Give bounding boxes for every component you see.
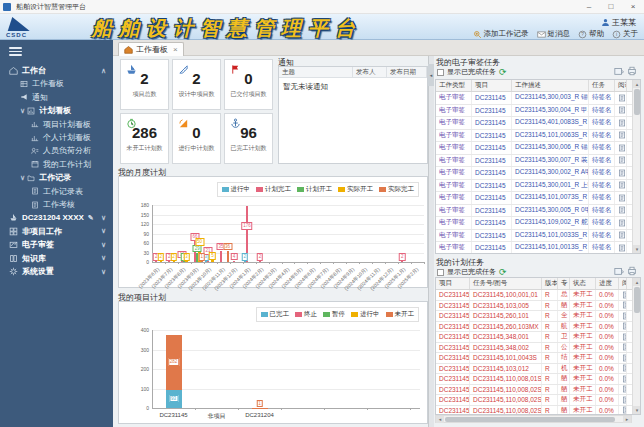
menu-toggle-icon[interactable] (9, 47, 22, 56)
table-row[interactable]: DC231145DC231145,100,001,01R总未开工0.0% (436, 290, 633, 301)
column-header[interactable]: 项目 (436, 278, 470, 289)
table-row[interactable]: DC231145DC231145,110,008,01SR舾未开工0.0% (436, 374, 633, 385)
table-row[interactable]: DC231145DC231145,101,0043SR结未开工0.0% (436, 353, 633, 364)
read-icon[interactable] (618, 206, 626, 214)
table-row[interactable]: 电子审签DC231145DC231145,300,003_R 锚甲...待签名 (436, 92, 633, 105)
bar-计划完工[interactable] (233, 261, 235, 262)
table-row[interactable]: DC231145DC231145,103,005R舾未开工0.0% (436, 301, 633, 312)
column-header[interactable]: 状态 (570, 278, 596, 289)
read-icon[interactable] (618, 219, 626, 227)
sidebar-item-15[interactable]: 系统设置∨ (0, 265, 113, 278)
column-header[interactable]: 项目 (472, 80, 512, 91)
sidebar-item-4[interactable]: 项目计划看板 (0, 118, 113, 131)
read-icon[interactable] (618, 119, 626, 127)
read-icon[interactable] (618, 194, 626, 202)
legend-item[interactable]: 终止 (295, 310, 317, 319)
bar-实际完工[interactable] (227, 251, 229, 262)
sidebar-item-0[interactable]: 工作台∧ (0, 64, 113, 77)
header-action-add-record[interactable]: 添加工作记录 (473, 29, 529, 39)
table-row[interactable]: 电子审签DC231145DC231145,101,0063S_R 平...待签名 (436, 130, 633, 143)
sidebar-item-9[interactable]: 工作记录表 (0, 185, 113, 198)
export-icon[interactable] (614, 266, 624, 276)
table-row[interactable]: DC231145DC231145,348,001R卫未开工0.0% (436, 332, 633, 343)
edit-pencil-icon[interactable]: ✎ (88, 214, 94, 222)
sidebar-item-7[interactable]: 我的工作计划 (0, 158, 113, 171)
read-icon[interactable] (618, 144, 626, 152)
column-header[interactable]: 阅读 (615, 80, 627, 91)
read-icon[interactable] (618, 231, 626, 239)
sidebar-item-3[interactable]: ∨计划看板 (0, 104, 113, 117)
table-row[interactable]: DC231145DC231145,348,002R公未开工0.0% (436, 343, 633, 354)
stat-card-4[interactable]: 0进行中计划数 (172, 113, 221, 164)
table-row[interactable]: 电子审签DC231145DC231145,300,004_R 甲...待签名 (436, 105, 633, 118)
table-row[interactable]: DC231145DC231145,110,008,02SR舾未开工0.0% (436, 385, 633, 396)
read-icon[interactable] (618, 181, 626, 189)
read-icon[interactable] (622, 385, 627, 393)
table-row[interactable]: 电子审签DC231145DC231145,101,0033S_R 被...待签名 (436, 230, 633, 243)
column-header[interactable]: 阅读 (619, 278, 627, 289)
stat-card-5[interactable]: 96已完工计划数 (224, 113, 273, 164)
sidebar-item-6[interactable]: 人员负荷分析 (0, 144, 113, 157)
read-icon[interactable] (622, 291, 627, 299)
bar-实际开工[interactable] (185, 261, 187, 262)
bar-计划完工[interactable] (259, 261, 261, 262)
table-row[interactable]: 电子审签DC231145DC231145,300,002_R A甲...待签名 (436, 167, 633, 180)
legend-item[interactable]: 进行中 (222, 185, 251, 194)
legend-item[interactable]: 进行中 (351, 310, 380, 319)
column-header[interactable]: 进度 (596, 278, 619, 289)
legend-item[interactable]: 实际开工 (338, 185, 373, 194)
chevron-icon[interactable]: ∨ (101, 268, 106, 276)
bar-计划完工[interactable] (155, 261, 157, 262)
chevron-icon[interactable]: ∨ (101, 214, 106, 222)
legend-item[interactable]: 未开工 (386, 310, 415, 319)
sidebar-item-8[interactable]: ∨工作记录 (0, 171, 113, 184)
sidebar-item-11[interactable]: DC231204 XXXX✎∨ (0, 211, 113, 224)
close-button[interactable]: × (622, 0, 644, 14)
read-icon[interactable] (622, 375, 627, 383)
read-icon[interactable] (618, 156, 626, 164)
legend-item[interactable]: 计划完工 (256, 185, 291, 194)
table-row[interactable]: 电子审签DC231145DC231145,300,001_R 上甲...待签名 (436, 180, 633, 193)
sidebar-item-10[interactable]: 工作考核 (0, 198, 113, 211)
column-header[interactable]: 任务号/图号 (470, 278, 542, 289)
minimize-button[interactable]: – (578, 0, 600, 14)
expand-arrow-icon[interactable]: ∨ (20, 174, 25, 182)
read-icon[interactable] (618, 131, 626, 139)
plan-refresh-icon[interactable]: ⟳ (499, 268, 507, 276)
tab-close-icon[interactable]: × (173, 45, 178, 54)
table-row[interactable]: 电子审签DC231145DC231145,101,0013S_R 主...待签名 (436, 242, 633, 254)
read-icon[interactable] (622, 322, 627, 330)
column-header[interactable]: 任务 (589, 80, 615, 91)
table-row[interactable]: 电子审签DC231145DC231145,300,007_R 装...待签名 (436, 155, 633, 168)
column-header[interactable]: 工作描述 (512, 80, 589, 91)
sidebar-item-14[interactable]: 知识库∨ (0, 252, 113, 265)
stat-card-2[interactable]: 0已交付项目数 (224, 59, 273, 110)
read-icon[interactable] (622, 364, 627, 372)
stat-card-0[interactable]: 2项目总数 (120, 59, 169, 110)
sidebar-item-1[interactable]: 工作看板 (0, 77, 113, 90)
header-action-message[interactable]: 短消息 (537, 29, 571, 39)
read-icon[interactable] (622, 343, 627, 351)
chevron-icon[interactable]: ∨ (101, 241, 106, 249)
bar-计划完工[interactable] (168, 261, 170, 262)
legend-item[interactable]: 已完工 (261, 310, 290, 319)
sidebar-item-2[interactable]: 通知 (0, 91, 113, 104)
table-row[interactable]: DC231145DC231145,260,101R全未开工0.0% (436, 311, 633, 322)
bar-实际开工[interactable] (211, 260, 213, 262)
bar-未开工[interactable] (252, 408, 268, 409)
sidebar-item-13[interactable]: 电子审签∨ (0, 238, 113, 251)
stat-card-3[interactable]: 286未开工计划数 (120, 113, 169, 164)
table-row[interactable]: 电子审签DC231145DC231145,300,005_R 0甲...待签名 (436, 205, 633, 218)
bar-实际开工[interactable] (160, 261, 162, 262)
header-action-about[interactable]: i关于 (612, 29, 638, 39)
read-icon[interactable] (622, 354, 627, 362)
esign-show-completed-checkbox[interactable] (437, 69, 444, 76)
plan-show-completed-checkbox[interactable] (437, 269, 444, 276)
vertical-scrollbar[interactable]: ▴▾ (632, 80, 640, 253)
read-icon[interactable] (622, 301, 627, 309)
printer-icon[interactable] (627, 66, 637, 76)
user-info[interactable]: 王某某 (601, 17, 636, 28)
column-header[interactable]: 版本 (542, 278, 558, 289)
table-row[interactable]: 电子审签DC231145DC231145,101,0073S_R 机...待签名 (436, 192, 633, 205)
table-row[interactable]: DC231145DC231145,260,103MXR航未开工0.0% (436, 322, 633, 333)
